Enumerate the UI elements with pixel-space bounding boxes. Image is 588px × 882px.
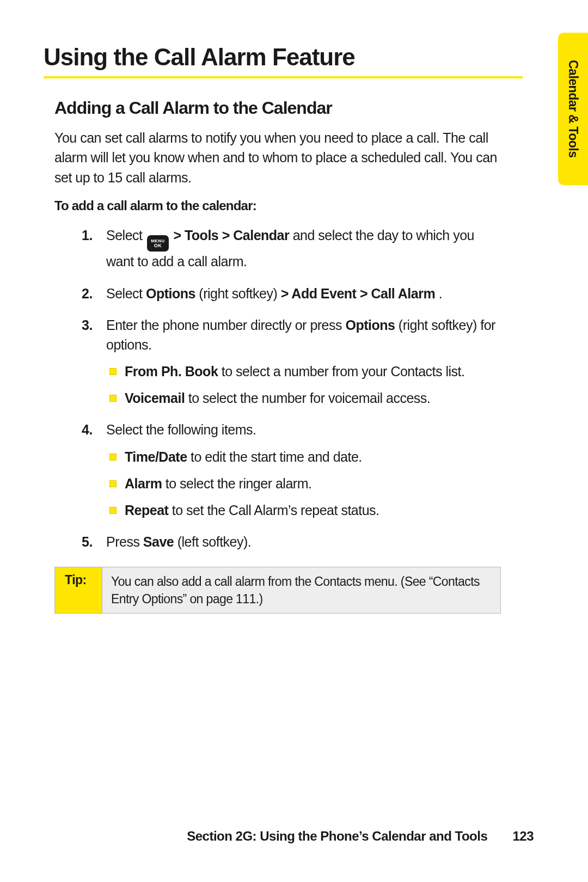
step-4: Select the following items. Time/Date to… — [76, 420, 501, 519]
tip-label: Tip: — [55, 567, 102, 613]
bullet-bold: From Ph. Book — [125, 364, 218, 379]
step-text: Select — [106, 286, 146, 301]
step-bold-path: > Tools > Calendar — [173, 228, 289, 243]
step-bold: Options — [146, 286, 195, 301]
page-title: Using the Call Alarm Feature — [44, 44, 534, 71]
section-heading: Adding a Call Alarm to the Calendar — [54, 98, 534, 118]
menu-ok-key-icon: MENU OK — [147, 235, 169, 252]
page-footer: Section 2G: Using the Phone’s Calendar a… — [187, 829, 534, 844]
tip-box: Tip: You can also add a call alarm from … — [54, 567, 501, 614]
bullet-item: Repeat to set the Call Alarm’s repeat st… — [106, 501, 501, 520]
bullet-item: Voicemail to select the number for voice… — [106, 389, 501, 408]
bullet-item: Time/Date to edit the start time and dat… — [106, 448, 501, 467]
bullet-item: Alarm to select the ringer alarm. — [106, 474, 501, 493]
procedure-lead: To add a call alarm to the calendar: — [54, 198, 534, 213]
bullet-bold: Time/Date — [125, 449, 187, 464]
step-bold: Options — [345, 317, 395, 333]
bullet-bold: Repeat — [125, 503, 168, 518]
step-bold-path: > Add Event > Call Alarm — [281, 286, 435, 301]
step-1: Select MENU OK > Tools > Calendar and se… — [76, 225, 501, 272]
step-3: Enter the phone number directly or press… — [76, 315, 501, 408]
step-5: Press Save (left softkey). — [76, 532, 501, 552]
section-tab-label: Calendar & Tools — [566, 60, 580, 157]
step-bold: Save — [143, 534, 174, 549]
step-text: Press — [106, 534, 143, 549]
step-text: Select — [106, 228, 146, 243]
bullet-text: to select a number from your Contacts li… — [222, 364, 465, 379]
section-tab: Calendar & Tools — [558, 33, 588, 185]
bullet-text: to edit the start time and date. — [191, 449, 362, 464]
intro-paragraph: You can set call alarms to notify you wh… — [54, 128, 501, 187]
bullet-bold: Voicemail — [125, 390, 185, 406]
step-2: Select Options (right softkey) > Add Eve… — [76, 284, 501, 303]
bullet-text: to select the ringer alarm. — [166, 476, 312, 491]
bullet-item: From Ph. Book to select a number from yo… — [106, 362, 501, 381]
bullet-bold: Alarm — [125, 476, 162, 491]
bullet-text: to set the Call Alarm’s repeat status. — [172, 503, 379, 518]
footer-section: Section 2G: Using the Phone’s Calendar a… — [187, 829, 487, 843]
step-text: (right softkey) — [199, 286, 280, 301]
step-text: Select the following items. — [106, 422, 256, 437]
title-rule — [44, 76, 523, 78]
manual-page: Calendar & Tools Using the Call Alarm Fe… — [0, 0, 588, 882]
step-4-bullets: Time/Date to edit the start time and dat… — [106, 448, 501, 520]
procedure-steps: Select MENU OK > Tools > Calendar and se… — [76, 225, 501, 552]
step-text: . — [439, 286, 442, 301]
tip-text: You can also add a call alarm from the C… — [102, 567, 500, 613]
page-number: 123 — [512, 829, 534, 843]
step-text: (left softkey). — [177, 534, 252, 549]
bullet-text: to select the number for voicemail acces… — [188, 390, 430, 406]
step-text: Enter the phone number directly or press — [106, 317, 345, 333]
step-3-bullets: From Ph. Book to select a number from yo… — [106, 362, 501, 408]
key-line2: OK — [154, 243, 162, 248]
